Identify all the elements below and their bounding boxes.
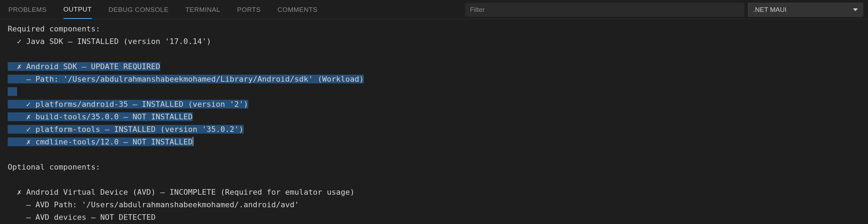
- filter-input[interactable]: [465, 3, 744, 17]
- tab-output[interactable]: OUTPUT: [64, 0, 92, 19]
- output-line: ✗ Android SDK – UPDATE REQUIRED: [8, 60, 868, 73]
- output-line: ✓ Java SDK – INSTALLED (version '17.0.14…: [8, 35, 868, 48]
- tab-ports[interactable]: PORTS: [237, 0, 261, 18]
- output-line: – AVD Path: '/Users/abdulrahmanshabeekmo…: [8, 199, 868, 211]
- panel-tabs: PROBLEMS OUTPUT DEBUG CONSOLE TERMINAL P…: [8, 0, 317, 19]
- tab-terminal[interactable]: TERMINAL: [185, 0, 220, 18]
- output-line: Required components:: [8, 23, 868, 35]
- output-channel-select[interactable]: .NET MAUI: [748, 3, 863, 17]
- output-line: [8, 85, 868, 98]
- output-line: ✓ platforms/android-35 – INSTALLED (vers…: [8, 98, 868, 111]
- output-controls: .NET MAUI: [465, 3, 863, 17]
- output-line: Optional components:: [8, 161, 868, 173]
- output-text-area[interactable]: Required components: ✓ Java SDK – INSTAL…: [0, 19, 868, 224]
- output-line: [8, 48, 868, 60]
- output-line: ✗ cmdline-tools/12.0 – NOT INSTALLED: [8, 136, 868, 148]
- output-line: [8, 148, 868, 161]
- output-line: ✗ Android Virtual Device (AVD) – INCOMPL…: [8, 186, 868, 199]
- output-line: ✗ build-tools/35.0.0 – NOT INSTALLED: [8, 111, 868, 123]
- text-cursor: [193, 137, 193, 146]
- tab-problems[interactable]: PROBLEMS: [8, 0, 47, 18]
- output-line: – AVD devices – NOT DETECTED: [8, 211, 868, 224]
- tab-comments[interactable]: COMMENTS: [278, 0, 318, 18]
- chevron-down-icon: [853, 8, 858, 11]
- tab-debug-console[interactable]: DEBUG CONSOLE: [109, 0, 169, 18]
- panel-tab-bar: PROBLEMS OUTPUT DEBUG CONSOLE TERMINAL P…: [0, 0, 868, 19]
- channel-label: .NET MAUI: [753, 6, 787, 14]
- output-line: – Path: '/Users/abdulrahmanshabeekmohame…: [8, 73, 868, 85]
- output-line: [8, 173, 868, 186]
- output-line: ✓ platform-tools – INSTALLED (version '3…: [8, 123, 868, 136]
